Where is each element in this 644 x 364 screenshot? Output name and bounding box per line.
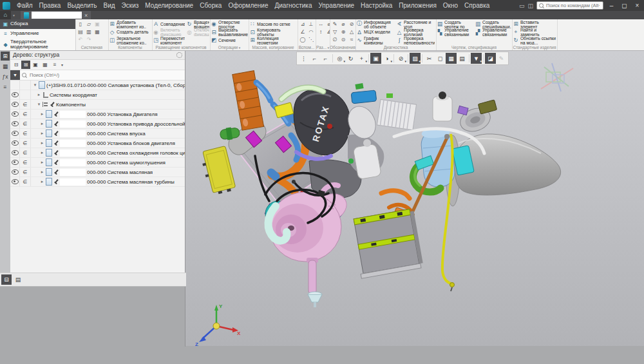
panel-footer-tab[interactable]: ⊟ <box>1 274 12 285</box>
rotation-button[interactable]: ↻ Вращение-вращение <box>185 20 210 28</box>
gear-icon[interactable] <box>176 52 182 58</box>
tab-solid-modeling[interactable]: ◆ Твердотельное моделирование <box>0 39 75 50</box>
tab-assembly[interactable]: ▣ Сборка <box>0 19 75 29</box>
viewport-tool-icon[interactable]: ▣ <box>370 53 381 64</box>
mirror-components-button[interactable]: ◫ Зеркальное отражение ко.. <box>108 36 152 44</box>
menu-item[interactable]: Оформление <box>225 2 271 9</box>
section-button[interactable]: ◩ Сечение <box>210 36 249 44</box>
screen-mode-icon[interactable]: ◫ <box>527 3 533 9</box>
tree-search-input[interactable] <box>28 72 185 79</box>
home-caret-icon[interactable]: ▾ <box>11 13 17 17</box>
visibility-eye-icon[interactable] <box>12 140 19 146</box>
collision-check-button[interactable]: △ Проверка коллизий <box>395 28 435 37</box>
menu-item[interactable]: Моделирование <box>142 2 196 9</box>
expand-arrow-icon[interactable]: ▸ <box>40 111 44 117</box>
auxiliary-icon[interactable]: ⋱ <box>307 36 315 43</box>
visibility-eye-icon[interactable] <box>12 169 19 175</box>
element-of-icon[interactable]: ∈ <box>23 121 28 127</box>
element-of-icon[interactable]: ∈ <box>23 160 28 166</box>
rail-panel-icon[interactable]: ≡ <box>1 82 10 91</box>
menu-item[interactable]: Выделить <box>64 2 100 9</box>
tree-component-row[interactable]: ∈ ▸ 000-000 Система масляная <box>10 168 185 177</box>
viewport-tool-icon[interactable]: ⊘ <box>395 53 406 64</box>
component-label[interactable]: 000-000 Система впуска <box>87 131 146 137</box>
update-links-button[interactable]: ↻ Обновить ссылки на мод... <box>512 36 557 44</box>
system-icon[interactable]: ▥ <box>85 28 93 35</box>
tree-view-icon[interactable]: ⊞ <box>21 61 30 69</box>
expand-arrow-icon[interactable]: ▸ <box>40 150 44 155</box>
distance-angle-button[interactable]: ∢ Расстояние и угол <box>395 20 435 28</box>
designation-icon[interactable]: △ <box>348 28 355 35</box>
viewport-tool-icon[interactable]: ⌐ <box>309 53 320 64</box>
menu-item[interactable]: Справка <box>461 2 493 9</box>
tree-view-icon[interactable]: ≡ <box>50 61 59 69</box>
viewport-tool-icon[interactable]: ◻ <box>435 53 446 64</box>
tree-component-row[interactable]: ∈ ▸ 000-000 Система охлаждения головок ц… <box>10 148 185 158</box>
auxiliary-icon[interactable]: ∠ <box>299 28 307 35</box>
viewport-tool-icon[interactable]: ▤ <box>457 53 468 64</box>
blue-valve-cover[interactable] <box>351 90 377 104</box>
visibility-eye-icon[interactable] <box>12 150 19 155</box>
dimension-icon[interactable]: ↕ <box>317 28 325 35</box>
geometry-collection-button[interactable]: ⊞ Коллекция геометрии <box>249 36 298 44</box>
element-of-icon[interactable]: ∈ <box>23 111 28 117</box>
designation-icon[interactable]: ▽ <box>331 28 339 35</box>
coincide-button[interactable]: A Совпадение <box>152 20 185 28</box>
viewport-tool-icon[interactable]: ⋮ <box>298 53 309 64</box>
viewport-tool-icon[interactable]: ✎ <box>496 53 507 64</box>
find-replace-button[interactable]: ⌖ Найти и заменить <box>512 28 557 37</box>
system-icon[interactable]: ▱ <box>85 21 93 28</box>
designation-icon[interactable]: ⌀ <box>339 21 347 28</box>
expand-arrow-icon[interactable]: ▸ <box>40 131 44 136</box>
element-of-icon[interactable]: ∈ <box>23 169 28 175</box>
viewport-tool-icon[interactable]: ▼ <box>471 53 482 64</box>
tree-components-row[interactable]: ∈ ▾ Компоненты <box>10 100 185 110</box>
close-button[interactable]: × <box>632 1 642 10</box>
disable-fix-button[interactable]: ◎ Отключить фиксацию <box>185 28 210 37</box>
auxiliary-icon[interactable]: ◠ <box>307 28 315 35</box>
component-label[interactable]: 000-000 Система масляная <box>87 169 153 175</box>
linked-drawings-button[interactable]: ▚ Управление связанными ч.. <box>436 28 474 37</box>
add-component-button[interactable]: ⊞ Добавить компонент из.. <box>108 20 152 28</box>
viewport-tool-icon[interactable]: ◎ <box>334 53 345 64</box>
curvature-graph-button[interactable]: ∿ График кривизны <box>355 36 395 44</box>
fin-radiator[interactable] <box>377 99 416 129</box>
interface-layout-icon[interactable]: ▭ <box>519 3 525 9</box>
linked-bom-button[interactable]: ▞ Управление связанными с... <box>474 28 512 37</box>
rail-panel-icon[interactable]: ƒx <box>1 72 10 81</box>
visibility-eye-icon[interactable] <box>12 92 19 97</box>
menu-item[interactable]: Диагностика <box>271 2 315 9</box>
viewport-tool-icon[interactable]: ↻ <box>345 53 356 64</box>
viewport-tool-icon[interactable]: ▦ <box>446 53 457 64</box>
menu-item[interactable]: Окно <box>440 2 461 9</box>
mass-properties-button[interactable]: Δ МЦХ модели <box>355 28 395 37</box>
tree-coords-row[interactable]: ▸ Системы координат <box>10 90 185 100</box>
components-group-label[interactable]: Компоненты <box>56 102 86 108</box>
expand-arrow-icon[interactable]: ▸ <box>40 169 44 175</box>
viewport-tool-icon[interactable]: ◪ <box>485 53 496 64</box>
component-label[interactable]: 000-000 Система охлаждения головок цилин… <box>87 150 185 156</box>
cut-extrude-button[interactable]: ⊟ Вырезать выдавливанием <box>210 28 249 37</box>
expand-arrow-icon[interactable]: ▸ <box>37 92 41 97</box>
system-icon[interactable]: ▣ <box>93 21 101 28</box>
designation-icon[interactable]: ✎ <box>331 21 339 28</box>
element-of-icon[interactable]: ∈ <box>23 150 28 156</box>
designation-icon[interactable]: ⊕ <box>339 28 347 35</box>
menu-item[interactable]: Настройка <box>357 2 395 9</box>
expand-arrow-icon[interactable]: ▾ <box>37 102 41 107</box>
app-logo-icon[interactable] <box>3 2 10 10</box>
command-search[interactable] <box>536 1 603 10</box>
enable-fix-button[interactable]: ◉ Включить фиксацию <box>152 28 185 37</box>
create-part-button[interactable]: ◇ Создать деталь <box>108 28 152 37</box>
tree-component-row[interactable]: ∈ ▸ 000-000 Установка Двигателя <box>10 110 185 119</box>
element-of-icon[interactable]: ∈ <box>23 131 28 137</box>
visibility-eye-icon[interactable] <box>12 102 19 107</box>
menu-item[interactable]: Приложения <box>395 2 440 9</box>
menu-item[interactable]: Эскиз <box>118 2 142 9</box>
tree-component-row[interactable]: ∈ ▸ 000-000 Система впуска <box>10 129 185 139</box>
expand-arrow-icon[interactable]: ▸ <box>40 160 44 165</box>
element-of-icon[interactable]: ∈ <box>23 102 28 108</box>
designation-icon[interactable]: ⊘ <box>348 21 355 28</box>
minimize-button[interactable]: – <box>607 1 616 10</box>
viewport-tool-icon[interactable]: ▨ <box>410 53 421 64</box>
